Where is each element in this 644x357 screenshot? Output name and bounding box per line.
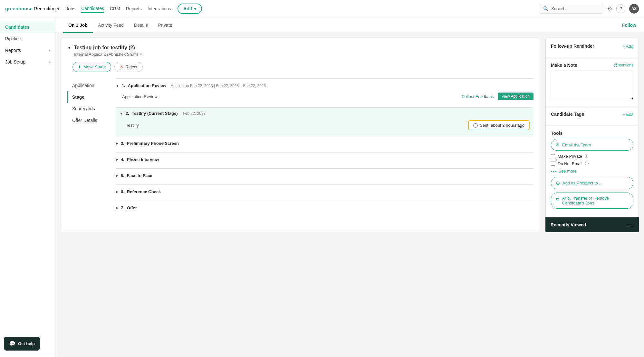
sidenav-scorecards[interactable]: Scorecards (67, 103, 116, 114)
search-input[interactable] (551, 6, 596, 11)
collect-feedback-link[interactable]: Collect Feedback (461, 94, 494, 99)
stage-6: ▶ 6. Reference Check (116, 184, 533, 201)
sidebar-item-reports[interactable]: Reports › (0, 45, 55, 56)
make-private-info-icon[interactable]: ⓘ (585, 154, 588, 159)
reject-button[interactable]: ✕ Reject (114, 62, 143, 72)
stage-2-num: 2. (126, 111, 129, 116)
note-header: Make a Note @mentions (551, 63, 633, 68)
nav-crm[interactable]: CRM (110, 5, 120, 13)
job-collapse-icon[interactable]: ▼ (67, 45, 71, 50)
stage-2-header: ▼ 2. Testlify (Current Stage) Feb 22, 20… (120, 111, 530, 116)
stage-5-expand[interactable]: ▶ (116, 174, 118, 178)
app-review-actions: Collect Feedback View Application (461, 93, 533, 100)
reject-label: Reject (125, 64, 137, 69)
nav-candidates[interactable]: Candidates (81, 5, 104, 13)
settings-button[interactable]: ⚙ (607, 5, 612, 12)
stage-3-header: ▶ 3. Preliminary Phone Screen (116, 141, 533, 146)
nav-links: Jobs Candidates CRM Reports Integrations (66, 5, 171, 13)
edit-icon[interactable]: ✏ (140, 52, 143, 57)
logo-recruiting: Recruiting (34, 6, 56, 11)
make-private-label: Make Private (558, 154, 582, 159)
make-private-row: Make Private ⓘ (551, 154, 633, 159)
add-transfer-button[interactable]: ⇄ Add, Transfer or Remove Candidate's Jo… (551, 193, 633, 209)
stage-2-row-label: Testlify (126, 123, 139, 128)
move-stage-button[interactable]: ⬆ Move Stage (72, 62, 111, 72)
followup-add-link[interactable]: + Add (622, 44, 633, 49)
follow-button[interactable]: Follow (622, 23, 636, 28)
sent-circle-icon (473, 123, 478, 128)
nav-reports[interactable]: Reports (126, 5, 142, 13)
search-bar[interactable]: 🔍 (539, 4, 603, 14)
sidenav-application[interactable]: Application (67, 80, 116, 91)
main-content: On 1 Job Activity Feed Details Private F… (55, 17, 644, 357)
tags-edit-link[interactable]: + Edit (622, 112, 633, 117)
tags-header: Candidate Tags + Edit (551, 112, 633, 117)
tags-section: Candidate Tags + Edit (545, 106, 639, 125)
stage-2-name: Testlify (Current Stage) (132, 111, 178, 116)
job-subtitle: Internal Applicant (Abhishek Shah) ✏ (74, 52, 533, 57)
stage-6-header: ▶ 6. Reference Check (116, 189, 533, 194)
add-prospect-button[interactable]: ⊕ Add as Prospect to ... (551, 177, 633, 189)
tab-details[interactable]: Details (129, 17, 153, 33)
see-more-row[interactable]: ••• See more (551, 169, 633, 174)
sidenav-offerdetails[interactable]: Offer Details (67, 114, 116, 126)
do-not-email-label: Do Not Email (558, 161, 582, 166)
view-application-button[interactable]: View Application (498, 93, 533, 100)
stage-1-meta: Applied on Feb 22, 2023 | Feb 22, 2023 –… (171, 84, 266, 88)
sent-status-text: Sent, about 2 hours ago (480, 123, 524, 128)
stage-1-collapse[interactable]: ▼ (116, 84, 119, 88)
stage-2-collapse[interactable]: ▼ (120, 112, 123, 115)
jobsetup-chevron-icon: › (49, 60, 50, 64)
stage-7-expand[interactable]: ▶ (116, 206, 118, 210)
do-not-email-checkbox[interactable] (551, 162, 555, 166)
user-avatar[interactable]: AS (629, 4, 639, 14)
nav-right: 🔍 ⚙ ? AS (539, 4, 639, 14)
sidebar-item-candidates[interactable]: Candidates (0, 21, 55, 33)
note-textarea[interactable] (551, 71, 633, 100)
get-help-widget[interactable]: 💬 Get help (4, 337, 40, 351)
stage-4-name: Phone Interview (127, 157, 159, 162)
stage-6-expand[interactable]: ▶ (116, 190, 118, 194)
stage-6-name: Reference Check (127, 189, 161, 194)
job-header: ▼ Testing job for testlify (2) (67, 45, 533, 51)
stage-7: ▶ 7. Offer (116, 201, 533, 217)
move-stage-icon: ⬆ (78, 64, 82, 69)
stage-1-num: 1. (122, 83, 125, 88)
reject-icon: ✕ (120, 64, 123, 69)
job-side-layout: Application Stage Scorecards Offer Detai… (67, 78, 533, 217)
note-section: Make a Note @mentions (545, 57, 639, 106)
nav-jobs[interactable]: Jobs (66, 5, 76, 13)
do-not-email-info-icon[interactable]: ⓘ (585, 161, 589, 166)
help-button[interactable]: ? (616, 4, 625, 13)
tab-activityfeed[interactable]: Activity Feed (93, 17, 129, 33)
add-button[interactable]: Add ▾ (178, 4, 202, 14)
add-prospect-icon: ⊕ (556, 180, 560, 186)
stage-3-expand[interactable]: ▶ (116, 141, 118, 145)
nav-integrations[interactable]: Integrations (148, 5, 171, 13)
move-stage-label: Move Stage (83, 64, 106, 69)
tab-on1job[interactable]: On 1 Job (63, 17, 93, 33)
sidenav-stage[interactable]: Stage (67, 91, 116, 103)
make-private-checkbox[interactable] (551, 154, 555, 158)
sidebar-label-jobsetup: Job Setup (5, 59, 25, 64)
content-area: ▼ Testing job for testlify (2) Internal … (55, 33, 644, 237)
add-dropdown-icon: ▾ (194, 6, 196, 11)
note-title: Make a Note (551, 63, 577, 68)
email-team-button[interactable]: ✉ Email the Team (551, 139, 633, 151)
tab-private[interactable]: Private (153, 17, 178, 33)
logo-dropdown-icon[interactable]: ▾ (57, 6, 60, 12)
sidebar-label-reports: Reports (5, 48, 21, 53)
stage-4-header: ▶ 4. Phone Interview (116, 157, 533, 162)
tools-header: Tools (551, 131, 633, 136)
job-sidenav: Application Stage Scorecards Offer Detai… (67, 78, 116, 217)
recently-viewed-close-icon[interactable]: — (629, 222, 634, 228)
email-team-label: Email the Team (562, 143, 591, 147)
stage-1-header: ▼ 1. Application Review Applied on Feb 2… (116, 83, 533, 88)
top-nav: greenhouse Recruiting ▾ Jobs Candidates … (0, 0, 644, 17)
sidebar-item-jobsetup[interactable]: Job Setup › (0, 56, 55, 68)
sidebar-item-pipeline[interactable]: Pipeline (0, 33, 55, 45)
stage-5: ▶ 5. Face to Face (116, 168, 533, 184)
stage-4-expand[interactable]: ▶ (116, 157, 118, 162)
sidebar: Candidates Pipeline Reports › Job Setup … (0, 17, 55, 357)
stage-1-row: Application Review Collect Feedback View… (116, 90, 533, 103)
